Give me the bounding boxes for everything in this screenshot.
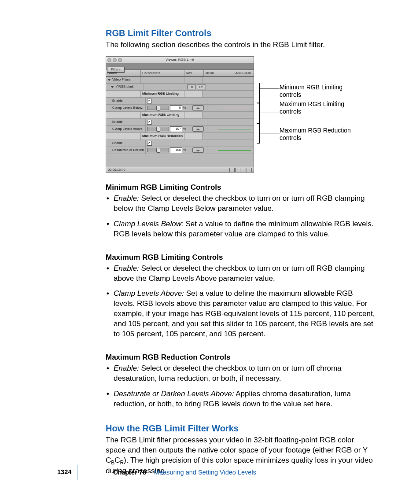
keyframe-button[interactable]: ◦◈◦ [192,126,204,132]
keyframe-track [218,150,251,151]
desaturate-value[interactable]: 100 [170,147,182,153]
row-desaturate: Desaturate or Darken 100% ◦◈◦ [106,147,254,154]
desaturate-slider[interactable] [147,148,169,152]
bullet-label: Enable: [114,364,139,372]
row-max-enable: Enable ✓ [106,119,254,126]
bullet-max-clamp: Clamp Levels Above: Set a value to defin… [114,289,376,339]
percent-label: % [183,148,186,152]
keyframe-track [218,129,251,129]
row-min-enable: Enable ✓ [106,98,254,105]
disclosure-triangle-icon[interactable] [111,86,114,88]
figure-block: Viewer: RGB Limit Filters Name Parameter… [106,56,376,173]
bullet-red-desat: Desaturate or Darken Levels Above: Appli… [114,389,376,409]
label-min-section: Minimum RGB Limiting [141,91,184,97]
annot-max: Maximum RGB Limitingcontrols [280,100,344,115]
bullet-label: Clamp Levels Above: [114,289,184,298]
clamp-above-value[interactable]: 107 [170,126,182,132]
row-clamp-below: Clamp Levels Below: 0% ◦◈◦ [106,105,254,112]
window-traffic-lights[interactable] [107,58,122,62]
preset-button[interactable]: E▾ [197,84,205,89]
row-video-filters[interactable]: Video Filters [106,77,254,84]
chapter-title: Measuring and Setting Video Levels [154,469,256,476]
check-icon: ✓ [115,85,118,89]
percent-label: % [183,127,186,131]
clamp-above-slider[interactable] [147,127,169,131]
keyframe-button[interactable]: ◦◈◦ [192,105,204,110]
row-max-section: Maximum RGB Limiting [106,112,254,119]
bracket-icon [257,83,260,103]
row-clamp-above: Clamp Levels Above: 107% ◦◈◦ [106,126,254,133]
column-header-row: Name Parameters Nav 16;40 00:00:18;40 [106,70,254,77]
reset-button[interactable]: ✕ [188,84,196,89]
bullet-red-enable: Enable: Select or deselect the checkbox … [114,364,376,384]
clamp-below-value[interactable]: 0 [170,105,182,110]
label-clamp-above: Clamp Levels Above: [106,126,146,132]
enable-checkbox[interactable]: ✓ [147,120,152,125]
col-nav: Nav [184,70,204,76]
ruler-left: 16;40 [205,71,214,75]
viewer-window: Viewer: RGB Limit Filters Name Parameter… [106,56,254,173]
bullet-text: Select or deselect the checkbox to turn … [114,194,365,213]
label-clamp-below: Clamp Levels Below: [106,105,146,111]
disclosure-triangle-icon[interactable] [107,79,111,81]
col-timeline: 16;40 00:00:18;40 [204,70,254,76]
label-video-filters: Video Filters [112,77,131,82]
status-bar: 00:00:16;40 [106,167,254,173]
subhead-min: Minimum RGB Limiting Controls [106,183,376,193]
col-parameters: Parameters [141,70,184,76]
subscript: R [120,460,124,466]
status-timecode: 00:00:16;40 [108,168,125,172]
col-name: Name [106,70,141,76]
chapter-label: Chapter 78 [113,469,146,476]
annot-red: Maximum RGB Reductioncontrols [280,127,351,142]
scrollbar[interactable] [229,168,252,172]
bullet-text: Select or deselect the checkbox to turn … [114,364,342,383]
window-title: Viewer: RGB Limit [166,58,194,62]
window-titlebar: Viewer: RGB Limit [106,57,254,63]
label-rgb-limit: RGB Limit [118,85,133,89]
clamp-below-slider[interactable] [147,106,169,110]
enable-checkbox[interactable]: ✓ [147,141,152,146]
bullet-min-clamp: Clamp Levels Below: Set a value to defin… [114,219,376,239]
label-red-section: Maximum RGB Reduction [141,133,184,140]
bullet-label: Clamp Levels Below: [114,220,184,228]
subhead-red: Maximum RGB Reduction Controls [106,353,376,363]
enable-checkbox[interactable]: ✓ [147,99,152,103]
page-number: 1324 [57,468,71,477]
bullet-label: Enable: [114,194,139,202]
label-enable: Enable [106,98,146,104]
bracket-icon [257,103,260,123]
intro-paragraph: The following section describes the cont… [106,40,376,50]
tab-bar: Filters [106,63,254,70]
percent-label: % [183,106,186,110]
bullet-text: Select or deselect the checkbox to turn … [114,264,365,283]
label-enable: Enable [106,140,146,147]
bullet-min-enable: Enable: Select or deselect the checkbox … [114,194,376,214]
row-red-section: Maximum RGB Reduction [106,133,254,140]
text: C [114,456,120,464]
label-desaturate: Desaturate or Darken [106,147,146,154]
annot-min: Minimum RGB Limitingcontrols [280,84,343,99]
section-heading-how-works: How the RGB Limit Filter Works [106,423,376,434]
annotation-column: Minimum RGB Limitingcontrols Maximum RGB… [254,56,376,173]
label-max-section: Maximum RGB Limiting [141,112,184,118]
keyframe-button[interactable]: ◦◈◦ [192,147,204,153]
subhead-max: Maximum RGB Limiting Controls [106,253,376,263]
keyframe-track [218,108,251,108]
bullet-max-enable: Enable: Select or deselect the checkbox … [114,264,376,284]
ruler-right: 00:00:18;40 [235,70,251,76]
label-enable: Enable [106,119,146,125]
row-min-section: Minimum RGB Limiting [106,91,254,98]
bullet-label: Desaturate or Darken Levels Above: [114,390,234,398]
section-heading-controls: RGB Limit Filter Controls [106,27,376,39]
row-rgb-limit[interactable]: ✓ RGB Limit ✕E▾ [106,84,254,91]
bracket-icon [257,123,260,143]
page-footer: 1324 Chapter 78 Measuring and Setting Vi… [0,465,420,480]
bullet-label: Enable: [114,264,139,272]
row-red-enable: Enable ✓ [106,140,254,147]
